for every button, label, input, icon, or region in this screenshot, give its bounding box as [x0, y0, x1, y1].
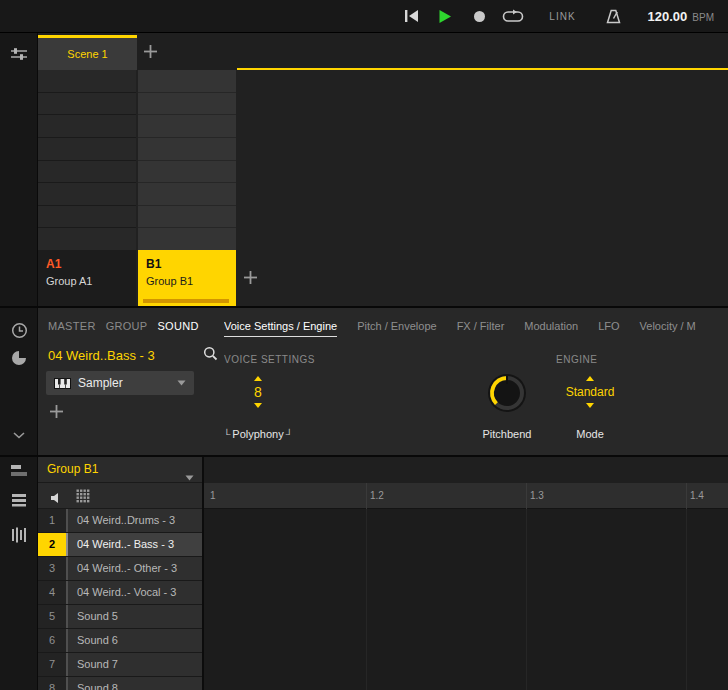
- tab-pitch-envelope[interactable]: Pitch / Envelope: [357, 320, 437, 337]
- clip-slot[interactable]: [138, 161, 236, 184]
- bpm-unit-label: BPM: [692, 12, 714, 23]
- mode-value[interactable]: Standard: [550, 384, 630, 400]
- clip-column-b1: [138, 70, 236, 250]
- collapse-control-button[interactable]: [0, 432, 38, 439]
- sound-row[interactable]: 7 Sound 7: [38, 653, 202, 676]
- clip-slot[interactable]: [138, 138, 236, 161]
- clip-slot[interactable]: [38, 183, 136, 206]
- layers-view-button[interactable]: [0, 493, 38, 507]
- clip-slot[interactable]: [38, 115, 136, 138]
- sound-name[interactable]: Sound 7: [66, 653, 202, 676]
- clip-slot[interactable]: [138, 70, 236, 93]
- group-cell-b1[interactable]: B1 Group B1: [138, 250, 236, 306]
- group-selector-dropdown[interactable]: Group B1: [38, 457, 202, 483]
- knob-icon: [486, 372, 528, 414]
- tab-velocity[interactable]: Velocity / M: [640, 320, 696, 337]
- audio-view-button[interactable]: [0, 527, 38, 543]
- sound-number[interactable]: 6: [38, 629, 66, 652]
- clip-slot[interactable]: [38, 93, 136, 116]
- tab-voice-settings-engine[interactable]: Voice Settings / Engine: [224, 320, 337, 337]
- clip-slot[interactable]: [38, 138, 136, 161]
- play-button[interactable]: [433, 5, 457, 27]
- clip-slot[interactable]: [38, 206, 136, 229]
- add-group-button[interactable]: [244, 270, 257, 288]
- sound-name[interactable]: 04 Weird..- Vocal - 3: [66, 581, 202, 604]
- editor-header-spacer: [204, 457, 728, 483]
- tab-group[interactable]: GROUP: [106, 320, 148, 332]
- tab-lfo[interactable]: LFO: [598, 320, 619, 337]
- mode-stepper[interactable]: Standard: [550, 376, 630, 408]
- sound-name[interactable]: 04 Weird..- Other - 3: [66, 557, 202, 580]
- maschine-window: LINK 120.00 BPM: [0, 0, 728, 690]
- stepper-down-icon[interactable]: [254, 403, 262, 408]
- sound-row[interactable]: 1 04 Weird..Drums - 3: [38, 509, 202, 532]
- clip-slot[interactable]: [38, 161, 136, 184]
- stepper-up-icon[interactable]: [254, 376, 262, 381]
- sound-number[interactable]: 2: [38, 533, 66, 556]
- audition-button[interactable]: [50, 490, 64, 508]
- link-toggle[interactable]: LINK: [549, 11, 575, 22]
- sound-number[interactable]: 1: [38, 509, 66, 532]
- mixer-sliders-icon: [10, 46, 28, 62]
- tab-master[interactable]: MASTER: [48, 320, 96, 332]
- sound-name[interactable]: Sound 6: [66, 629, 202, 652]
- sound-number[interactable]: 7: [38, 653, 66, 676]
- polyphony-stepper[interactable]: 8: [224, 376, 292, 408]
- clip-slot[interactable]: [138, 115, 236, 138]
- plugin-dropdown[interactable]: Sampler: [46, 371, 194, 395]
- tab-sound[interactable]: SOUND: [157, 320, 198, 332]
- metronome-button[interactable]: [602, 5, 626, 27]
- clip-slot[interactable]: [138, 93, 236, 116]
- ruler-label: 1.4: [690, 490, 704, 501]
- sound-number[interactable]: 3: [38, 557, 66, 580]
- tab-modulation[interactable]: Modulation: [524, 320, 578, 337]
- sound-name[interactable]: 04 Weird..Drums - 3: [66, 509, 202, 532]
- timeline-ruler[interactable]: 1 1.2 1.3 1.4: [204, 483, 728, 509]
- scene-tab[interactable]: Scene 1: [38, 35, 137, 70]
- sound-number[interactable]: 4: [38, 581, 66, 604]
- bpm-display[interactable]: 120.00 BPM: [648, 9, 714, 24]
- add-plugin-button[interactable]: [50, 404, 63, 422]
- plugin-name: Sampler: [78, 376, 177, 390]
- clip-slot[interactable]: [138, 183, 236, 206]
- channel-properties-button[interactable]: [0, 350, 38, 366]
- sound-number[interactable]: 8: [38, 677, 66, 690]
- sound-number[interactable]: 5: [38, 605, 66, 628]
- sound-row[interactable]: 4 04 Weird..- Vocal - 3: [38, 581, 202, 604]
- clip-slot[interactable]: [38, 70, 136, 93]
- ruler-label: 1.3: [530, 490, 544, 501]
- sound-name[interactable]: Sound 5: [66, 605, 202, 628]
- sound-row[interactable]: 2 04 Weird..- Bass - 3: [38, 533, 202, 556]
- pitchbend-knob[interactable]: [479, 372, 535, 418]
- clip-slot[interactable]: [138, 206, 236, 229]
- plus-icon: [50, 405, 63, 418]
- sound-row[interactable]: 8 Sound 8: [38, 677, 202, 690]
- search-button[interactable]: [203, 346, 218, 365]
- editor-toolbar: [38, 483, 202, 509]
- record-button[interactable]: [467, 5, 491, 27]
- mixer-view-button[interactable]: [0, 46, 38, 62]
- sound-name[interactable]: Sound 8: [66, 677, 202, 690]
- pattern-grid[interactable]: [204, 509, 728, 690]
- stepper-up-icon[interactable]: [586, 376, 594, 381]
- stepper-down-icon[interactable]: [586, 403, 594, 408]
- sound-row[interactable]: 6 Sound 6: [38, 629, 202, 652]
- add-scene-button[interactable]: [144, 44, 157, 62]
- sound-row[interactable]: 5 Sound 5: [38, 605, 202, 628]
- pad-grid-button[interactable]: [76, 489, 90, 507]
- sound-list: 1 04 Weird..Drums - 3 2 04 Weird..- Bass…: [38, 509, 202, 690]
- group-cell-a1[interactable]: A1 Group A1: [38, 250, 136, 306]
- mode-label: Mode: [550, 428, 630, 440]
- automation-button[interactable]: [0, 322, 38, 339]
- skip-back-button[interactable]: [399, 5, 423, 27]
- clip-slot[interactable]: [38, 228, 136, 250]
- loop-button[interactable]: [501, 5, 525, 27]
- clip-slot[interactable]: [138, 228, 236, 250]
- pattern-view-button[interactable]: [0, 463, 38, 478]
- sound-name[interactable]: 04 Weird..- Bass - 3: [66, 533, 202, 556]
- sound-row[interactable]: 3 04 Weird..- Other - 3: [38, 557, 202, 580]
- sound-name[interactable]: 04 Weird..Bass - 3: [48, 348, 203, 363]
- tab-fx-filter[interactable]: FX / Filter: [457, 320, 505, 337]
- polyphony-value[interactable]: 8: [224, 384, 292, 400]
- editor-rail: [0, 457, 38, 690]
